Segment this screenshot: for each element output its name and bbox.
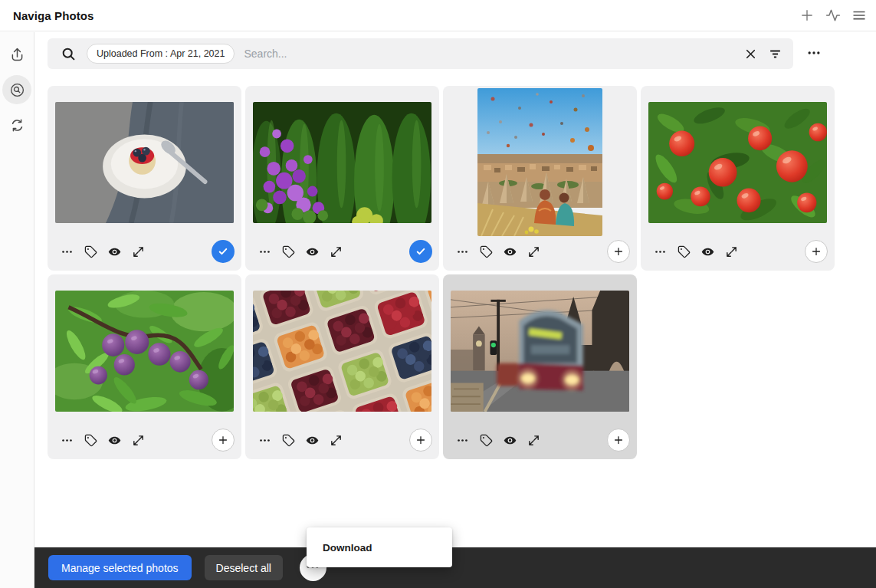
card-expand-button[interactable] [722,242,741,261]
photo-grid [48,86,837,459]
context-menu: Download [307,527,452,567]
activity-button[interactable] [822,5,844,26]
card-more-button[interactable] [57,242,77,261]
more-options-icon [258,434,271,447]
more-options-icon [654,245,667,258]
card-preview-button[interactable] [698,242,717,261]
tag-icon [282,245,295,258]
photo-card-bus[interactable] [443,274,637,459]
photo-card-dessert[interactable] [48,86,241,271]
photo-plums[interactable] [55,291,234,412]
check-icon [414,245,428,258]
card-expand-button[interactable] [129,431,148,450]
expand-icon [527,434,540,447]
card-more-button[interactable] [255,431,274,450]
tag-icon [282,434,295,447]
card-expand-button[interactable] [326,431,346,450]
sidebar-sync-button[interactable] [2,110,31,140]
photo-add-button[interactable] [805,240,828,263]
tag-icon [480,434,493,447]
more-options-icon [456,434,469,447]
photo-add-button[interactable] [607,429,630,452]
selection-bar: Manage selected photos Deselect all [34,547,876,588]
photo-apples[interactable] [648,102,827,223]
card-more-button[interactable] [255,242,274,261]
card-more-button[interactable] [453,431,472,450]
card-preview-button[interactable] [105,431,124,450]
photo-image-area [48,86,241,238]
tag-icon [84,434,97,447]
expand-icon [330,434,343,447]
card-expand-button[interactable] [524,431,543,450]
card-tag-button[interactable] [81,242,100,261]
photo-selected-check-button[interactable] [409,240,432,263]
eye-icon [306,245,319,258]
manage-selected-button[interactable]: Manage selected photos [48,555,192,580]
add-button[interactable] [796,5,818,26]
menu-item-download[interactable]: Download [307,527,452,567]
card-more-button[interactable] [453,242,472,261]
photo-image-area [443,274,637,427]
photo-dessert[interactable] [55,102,234,223]
menu-button[interactable] [848,5,870,26]
card-more-button[interactable] [57,431,77,450]
photo-image-area [245,86,439,238]
clear-search-button[interactable] [738,41,763,66]
photo-card-apples[interactable] [641,86,835,271]
more-options-icon [258,245,271,258]
page-title: Naviga Photos [13,9,94,22]
photo-image-area [443,86,637,238]
card-preview-button[interactable] [303,242,322,261]
card-tag-button[interactable] [674,242,694,261]
search-more-button[interactable] [803,43,825,64]
sidebar-upload-button[interactable] [2,40,31,69]
search-input[interactable] [244,48,738,60]
search-icon [61,46,77,62]
card-actions [245,427,439,459]
photo-card-lilac[interactable] [245,86,439,271]
photo-selected-check-button[interactable] [212,240,235,263]
card-preview-button[interactable] [105,242,124,261]
deselect-all-button[interactable]: Deselect all [205,555,283,580]
plus-icon [612,245,625,258]
card-expand-button[interactable] [326,242,346,261]
card-more-button[interactable] [651,242,670,261]
filter-icon [768,47,782,61]
eye-icon [504,434,517,447]
photo-add-button[interactable] [409,429,432,452]
expand-icon [132,434,145,447]
card-tag-button[interactable] [477,431,496,450]
sidebar-search-button[interactable] [2,75,31,104]
photo-crates[interactable] [253,291,431,412]
plus-icon [414,433,428,447]
card-preview-button[interactable] [500,431,520,450]
card-expand-button[interactable] [129,242,148,261]
card-tag-button[interactable] [477,242,496,261]
tag-icon [84,245,97,258]
photo-add-button[interactable] [607,240,630,263]
photo-card-plums[interactable] [48,274,241,459]
header-icons [796,5,870,26]
card-actions [48,427,241,459]
filter-button[interactable] [763,41,787,66]
photo-balloons[interactable] [477,88,602,236]
tag-icon [480,245,493,258]
card-preview-button[interactable] [303,431,322,450]
plus-icon [216,433,230,447]
photo-bus[interactable] [451,291,629,412]
card-tag-button[interactable] [279,242,298,261]
eye-icon [701,245,714,258]
close-icon [743,47,758,61]
photo-card-balloons[interactable] [443,86,637,271]
card-tag-button[interactable] [81,431,100,450]
photo-add-button[interactable] [212,429,235,452]
photo-lilac[interactable] [253,102,431,223]
card-actions [443,427,637,459]
photo-card-crates[interactable] [245,274,439,459]
eye-icon [108,245,121,258]
more-options-icon [61,434,74,447]
filter-chip[interactable]: Uploaded From : Apr 21, 2021 [87,44,235,64]
card-tag-button[interactable] [279,431,298,450]
card-expand-button[interactable] [524,242,543,261]
card-preview-button[interactable] [500,242,520,261]
